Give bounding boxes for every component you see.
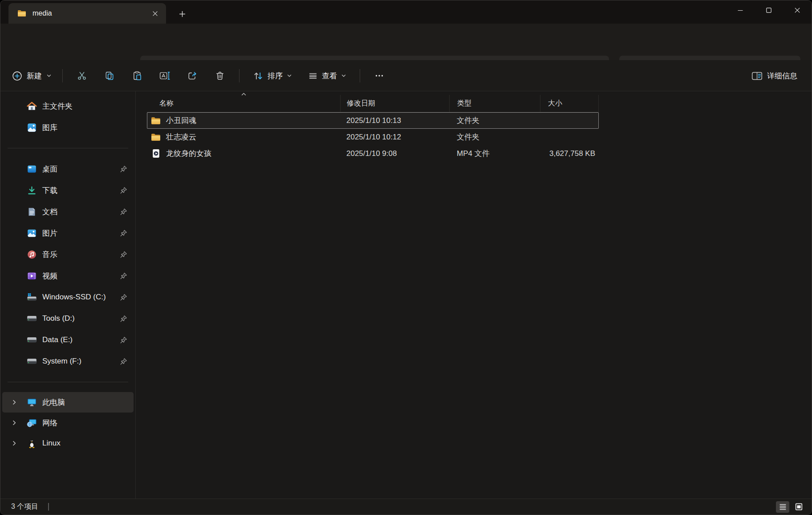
sidebar-item-drive-d[interactable]: Tools (D:) (2, 308, 134, 329)
tab-close-icon[interactable] (148, 7, 162, 20)
chevron-down-icon (287, 73, 292, 78)
chevron-down-icon (46, 73, 52, 78)
file-date: 2025/1/10 10:13 (340, 116, 449, 125)
sidebar-item-documents[interactable]: 文档 (2, 201, 134, 222)
command-bar: 新建 (0, 60, 812, 91)
chevron-expand-icon[interactable] (2, 420, 26, 426)
table-header: 名称 修改日期 类型 大小 (147, 95, 599, 112)
more-options-icon[interactable] (369, 66, 390, 86)
chevron-expand-icon[interactable] (2, 440, 26, 446)
pin-icon (119, 208, 127, 216)
column-header-type[interactable]: 类型 (449, 95, 540, 112)
pin-icon (119, 250, 127, 258)
file-type: MP4 文件 (449, 148, 540, 159)
close-button[interactable] (783, 0, 812, 20)
sidebar-item-label: 视频 (42, 271, 119, 281)
sidebar-item-desktop[interactable]: 桌面 (2, 158, 134, 180)
sort-button[interactable]: 排序 (248, 67, 297, 85)
sidebar-item-gallery[interactable]: 图库 (2, 117, 134, 138)
media-file-icon (150, 149, 161, 159)
sidebar-item-music[interactable]: 音乐 (2, 244, 134, 265)
pin-icon (119, 336, 127, 344)
copy-icon[interactable] (99, 66, 120, 86)
navigation-sidebar: 主文件夹 图库 桌面 (0, 91, 136, 499)
view-toggles (776, 501, 805, 513)
paste-icon[interactable] (127, 66, 147, 86)
pin-icon (119, 165, 127, 173)
network-icon (26, 417, 37, 428)
sidebar-item-this-pc[interactable]: 此电脑 (2, 392, 134, 413)
download-icon (26, 185, 37, 196)
column-header-size[interactable]: 大小 (540, 95, 599, 112)
cut-icon[interactable] (72, 66, 92, 86)
drive-icon (26, 356, 37, 367)
table-row[interactable]: 小丑回魂 2025/1/10 10:13 文件夹 (147, 112, 599, 129)
details-view-icon[interactable] (776, 501, 789, 513)
new-button[interactable]: 新建 (7, 67, 57, 85)
view-lines-icon (308, 71, 318, 81)
pictures-icon (26, 228, 37, 238)
file-name: 小丑回魂 (166, 115, 196, 126)
sidebar-item-drive-e[interactable]: Data (E:) (2, 329, 134, 351)
maximize-button[interactable] (755, 0, 783, 20)
sidebar-item-linux[interactable]: Linux (2, 433, 134, 454)
details-pane-button[interactable]: 详细信息 (746, 67, 803, 85)
tab-media[interactable]: media (8, 3, 166, 24)
table-row[interactable]: 壮志凌云 2025/1/10 10:12 文件夹 (147, 129, 599, 145)
drive-icon (26, 313, 37, 324)
sidebar-item-label: 图片 (42, 228, 119, 238)
sidebar-item-label: 网络 (42, 418, 119, 428)
sidebar-item-pictures[interactable]: 图片 (2, 222, 134, 244)
table-row[interactable]: 龙纹身的女孩 2025/1/10 9:08 MP4 文件 3,627,758 K… (147, 145, 599, 162)
sidebar-item-drive-c[interactable]: Windows-SSD (C:) (2, 286, 134, 308)
command-bar-left: 新建 (7, 60, 393, 91)
sort-icon (253, 71, 264, 81)
column-header-name[interactable]: 名称 (147, 95, 340, 112)
status-bar: 3 个项目 (0, 499, 812, 515)
sidebar-item-label: System (F:) (42, 357, 119, 366)
chevron-down-icon (341, 73, 346, 78)
thumbnail-view-icon[interactable] (792, 501, 805, 513)
delete-icon[interactable] (210, 66, 230, 86)
file-date: 2025/1/10 9:08 (340, 149, 449, 158)
file-type: 文件夹 (449, 115, 540, 126)
linux-penguin-icon (26, 438, 37, 449)
folder-icon (17, 10, 26, 17)
sidebar-item-label: 桌面 (42, 164, 119, 174)
sidebar-item-drive-f[interactable]: System (F:) (2, 351, 134, 372)
video-icon (26, 270, 37, 281)
plus-circle-icon (12, 71, 22, 81)
sidebar-item-label: 图库 (42, 123, 119, 133)
sidebar-item-label: Tools (D:) (42, 314, 119, 323)
share-icon[interactable] (182, 66, 203, 86)
pin-icon (119, 293, 127, 301)
minimize-button[interactable] (726, 0, 755, 20)
view-button[interactable]: 查看 (303, 67, 352, 85)
file-name: 龙纹身的女孩 (166, 148, 211, 159)
sort-button-label: 排序 (268, 71, 283, 81)
content-area: 主文件夹 图库 桌面 (0, 91, 812, 499)
gallery-icon (26, 122, 37, 133)
rename-icon[interactable] (154, 66, 175, 86)
column-header-date[interactable]: 修改日期 (340, 95, 449, 112)
sidebar-item-videos[interactable]: 视频 (2, 265, 134, 286)
new-tab-button[interactable] (175, 7, 189, 21)
drive-windows-icon (26, 292, 37, 302)
sidebar-item-label: 文档 (42, 207, 119, 217)
sort-ascending-icon (241, 92, 247, 96)
details-pane-label: 详细信息 (767, 71, 797, 81)
home-icon (26, 101, 37, 111)
folder-icon (150, 116, 161, 126)
sidebar-item-label: 音乐 (42, 249, 119, 260)
window-controls (726, 0, 812, 20)
new-button-label: 新建 (27, 71, 42, 81)
file-name: 壮志凌云 (166, 132, 196, 142)
file-list-pane: 名称 修改日期 类型 大小 小丑回魂 2025/1/10 10:13 文件夹 (136, 91, 812, 499)
sidebar-item-network[interactable]: 网络 (2, 413, 134, 433)
sidebar-item-home[interactable]: 主文件夹 (2, 95, 134, 117)
chevron-expand-icon[interactable] (2, 399, 26, 405)
tab-title: media (32, 9, 148, 17)
toolbar-divider (239, 69, 240, 82)
sidebar-item-downloads[interactable]: 下载 (2, 180, 134, 201)
pin-icon (119, 272, 127, 280)
